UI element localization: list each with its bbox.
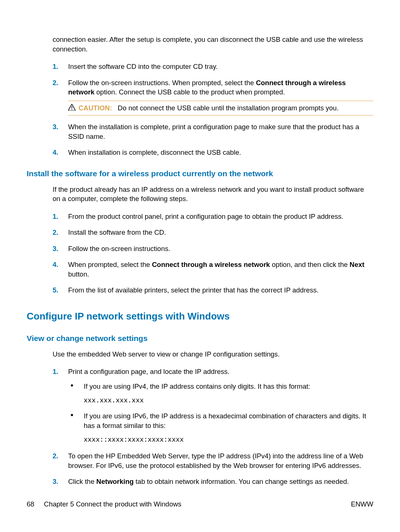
list-text: option, and then click the (270, 261, 350, 268)
list-item: 2. Follow the on-screen instructions. Wh… (53, 78, 373, 116)
list-number: 3. (53, 122, 58, 132)
list-item: 3. Follow the on-screen instructions. (53, 244, 373, 254)
caution-icon (68, 104, 76, 113)
list-number: 2. (53, 451, 58, 461)
list-item: 4. When prompted, select the Connect thr… (53, 260, 373, 279)
bullet-list: If you are using IPv4, the IP address co… (68, 382, 373, 445)
caution-label: CAUTION: (79, 104, 112, 112)
list-text: Install the software from the CD. (68, 228, 166, 236)
list-text: option. Connect the USB cable to the pro… (94, 88, 285, 96)
footer-right: ENWW (351, 500, 373, 508)
list-text: When prompted, select the (68, 261, 152, 268)
svg-point-1 (71, 109, 72, 110)
list-text: Follow the on-screen instructions. (68, 245, 170, 252)
list-item: 2. Install the software from the CD. (53, 228, 373, 237)
list-text: Follow the on-screen instructions. When … (68, 79, 256, 87)
code-ipv4-format: xxx.xxx.xxx.xxx (84, 396, 373, 405)
list-text: To open the HP Embedded Web Server, type… (68, 452, 363, 469)
bullet-item: If you are using IPv4, the IP address co… (68, 382, 373, 405)
list-text: From the product control panel, print a … (68, 213, 343, 220)
heading-install-wireless: Install the software for a wireless prod… (27, 169, 373, 178)
list-number: 2. (53, 78, 58, 88)
list-item: 1. Print a configuration page, and locat… (53, 367, 373, 445)
list-item: 1. Insert the software CD into the compu… (53, 62, 373, 71)
bold-text: Next (350, 261, 364, 268)
list-number: 4. (53, 260, 58, 270)
list-text: When the installation is complete, print… (68, 123, 359, 140)
list-item: 3. Click the Networking tab to obtain ne… (53, 477, 373, 486)
page-number: 68 (27, 500, 34, 508)
bold-text: Networking (96, 478, 134, 485)
caution-box: CAUTION: Do not connect the USB cable un… (68, 101, 373, 116)
content-area: connection easier. After the setup is co… (27, 35, 373, 486)
list-text: Click the (68, 478, 96, 485)
bold-text: Connect through a wireless network (152, 261, 270, 268)
list-number: 1. (53, 62, 58, 71)
page-footer: 68 Chapter 5 Connect the product with Wi… (27, 500, 373, 508)
bullet-text: If you are using IPv4, the IP address co… (84, 382, 310, 390)
caution-text: CAUTION: Do not connect the USB cable un… (79, 103, 339, 113)
bullet-item: If you are using IPv6, the IP address is… (68, 411, 373, 445)
list-text: Insert the software CD into the computer… (68, 63, 218, 70)
list-text: Print a configuration page, and locate t… (68, 368, 230, 375)
ordered-list-3: 1. Print a configuration page, and locat… (53, 367, 373, 486)
list-text: From the list of available printers, sel… (68, 286, 319, 294)
list-number: 3. (53, 244, 58, 254)
list-number: 2. (53, 228, 58, 237)
intro-paragraph: connection easier. After the setup is co… (53, 35, 373, 54)
section4-intro: Use the embedded Web server to view or c… (53, 349, 373, 359)
ordered-list-2: 1. From the product control panel, print… (53, 212, 373, 295)
list-item: 4. When installation is complete, discon… (53, 148, 373, 157)
list-text: tab to obtain network information. You c… (134, 478, 349, 485)
list-number: 1. (53, 212, 58, 221)
page: connection easier. After the setup is co… (0, 0, 400, 532)
list-item: 1. From the product control panel, print… (53, 212, 373, 221)
bullet-text: If you are using IPv6, the IP address is… (84, 412, 366, 429)
list-text: button. (68, 270, 89, 278)
list-item: 3. When the installation is complete, pr… (53, 122, 373, 141)
list-text: When installation is complete, disconnec… (68, 148, 241, 156)
heading-view-change: View or change network settings (27, 334, 373, 343)
chapter-title: Chapter 5 Connect the product with Windo… (44, 500, 181, 508)
list-number: 4. (53, 148, 58, 157)
list-item: 2. To open the HP Embedded Web Server, t… (53, 451, 373, 470)
list-number: 1. (53, 367, 58, 377)
list-number: 3. (53, 477, 58, 486)
code-ipv6-format: xxxx::xxxx:xxxx:xxxx:xxxx (84, 435, 373, 445)
caution-body: Do not connect the USB cable until the i… (118, 104, 339, 112)
ordered-list-1: 1. Insert the software CD into the compu… (53, 62, 373, 157)
section2-intro: If the product already has an IP address… (53, 185, 373, 204)
heading-configure-ip: Configure IP network settings with Windo… (27, 311, 373, 322)
list-item: 5. From the list of available printers, … (53, 285, 373, 295)
list-number: 5. (53, 285, 58, 295)
footer-left: 68 Chapter 5 Connect the product with Wi… (27, 500, 181, 508)
